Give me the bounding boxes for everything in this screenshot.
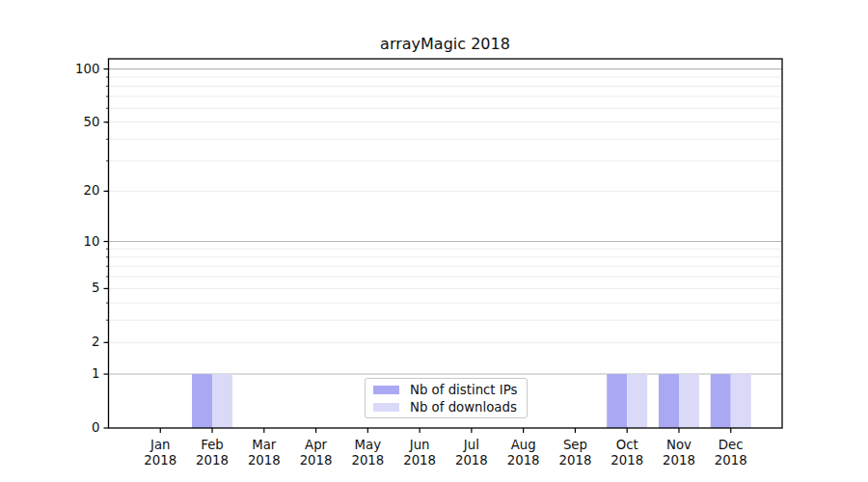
- axes-frame: [109, 59, 783, 428]
- plot-border: [109, 59, 783, 428]
- bar: [659, 374, 679, 428]
- y-tick-label: 20: [84, 183, 100, 198]
- x-tick-label: Feb2018: [196, 438, 229, 468]
- y-tick-label: 100: [75, 62, 99, 76]
- x-tick-label: Jul2018: [455, 438, 488, 468]
- chart-page: 0125102050100 Jan2018Feb2018Mar2018Apr20…: [0, 0, 868, 482]
- bar: [627, 374, 647, 428]
- bar: [192, 374, 212, 428]
- legend-label: Nb of distinct IPs: [410, 383, 517, 397]
- bar: [731, 374, 751, 428]
- x-tick-label: Aug2018: [507, 438, 540, 468]
- major-gridlines: [109, 69, 783, 374]
- x-tick-label: Jan2018: [144, 438, 176, 468]
- x-axis-ticks: Jan2018Feb2018Mar2018Apr2018May2018Jun20…: [144, 428, 746, 468]
- x-tick-label: Nov2018: [663, 438, 695, 468]
- legend-label: Nb of downloads: [410, 400, 517, 415]
- x-tick-label: Mar2018: [248, 438, 281, 468]
- x-tick-label: Dec2018: [715, 438, 747, 468]
- bar: [212, 374, 232, 428]
- y-axis-ticks: 0125102050100: [75, 62, 108, 435]
- bar: [679, 374, 699, 428]
- legend: Nb of distinct IPs Nb of downloads: [365, 378, 528, 418]
- x-tick-label: May2018: [351, 438, 384, 468]
- y-tick-label: 5: [92, 281, 99, 295]
- y-tick-label: 2: [92, 335, 99, 349]
- downloads-swatch-icon: [373, 403, 399, 412]
- x-tick-label: Sep2018: [559, 438, 592, 468]
- distinct-ips-swatch-icon: [373, 386, 399, 394]
- legend-item-downloads: Nb of downloads: [373, 400, 527, 415]
- y-tick-label: 10: [84, 234, 100, 249]
- chart-title: arrayMagic 2018: [108, 35, 782, 53]
- y-tick-label: 50: [84, 115, 100, 129]
- bar: [711, 374, 731, 428]
- legend-item-distinct-ips: Nb of distinct IPs: [373, 383, 527, 397]
- x-tick-label: Oct2018: [610, 438, 643, 468]
- y-tick-label: 0: [92, 420, 99, 435]
- x-tick-label: Jun2018: [403, 438, 436, 468]
- x-tick-label: Apr2018: [300, 438, 333, 468]
- y-tick-label: 1: [92, 366, 99, 381]
- minor-gridlines: [109, 77, 783, 342]
- bar: [607, 374, 627, 428]
